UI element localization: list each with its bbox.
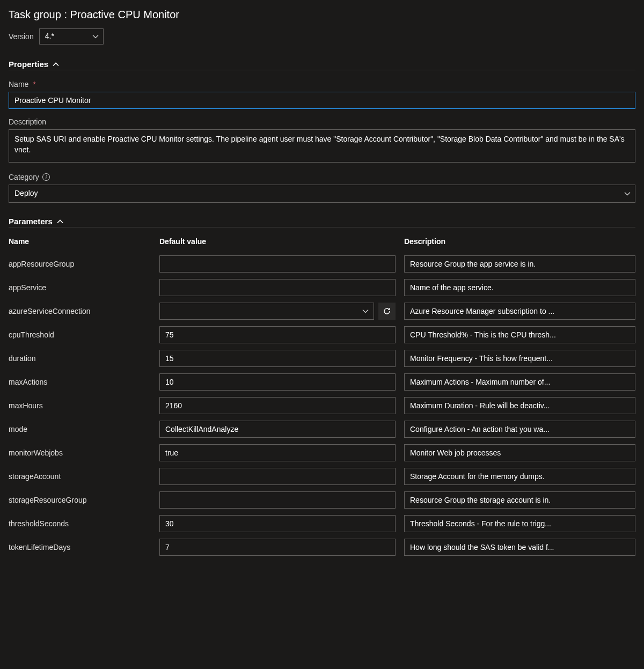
param-name: tokenLifetimeDays [9, 543, 151, 552]
param-name: thresholdSeconds [9, 519, 151, 528]
page-title: Task group : Proactive CPU Monitor [9, 9, 635, 21]
param-description-input[interactable] [404, 491, 635, 509]
category-label: Category i [9, 173, 635, 181]
param-description-input[interactable] [404, 444, 635, 461]
name-input[interactable] [9, 92, 635, 109]
param-default-input[interactable] [159, 373, 396, 391]
param-description-input[interactable] [404, 421, 635, 438]
param-description-input[interactable] [404, 468, 635, 485]
chevron-down-icon [362, 308, 369, 314]
required-asterisk: * [33, 80, 35, 89]
param-default-input[interactable] [159, 421, 396, 438]
description-textarea[interactable] [9, 129, 635, 163]
param-default-input[interactable] [159, 326, 396, 343]
category-value: Deploy [14, 189, 38, 197]
chevron-down-icon [92, 33, 99, 40]
param-name: maxActions [9, 378, 151, 386]
chevron-down-icon [624, 190, 631, 197]
chevron-up-icon [57, 218, 63, 225]
description-field: Description [9, 117, 635, 164]
param-default-input[interactable] [159, 279, 396, 296]
category-field: Category i Deploy [9, 173, 635, 203]
param-default-cell [159, 515, 396, 532]
page-title-name: Proactive CPU Monitor [70, 9, 179, 20]
version-label: Version [9, 32, 34, 41]
version-row: Version 4.* [9, 28, 635, 45]
col-header-name: Name [9, 237, 151, 249]
param-default-input[interactable] [159, 468, 396, 485]
param-default-cell [159, 350, 396, 367]
param-description-input[interactable] [404, 515, 635, 532]
param-default-cell [159, 279, 396, 296]
param-name: appService [9, 283, 151, 292]
properties-section-header[interactable]: Properties [9, 60, 635, 70]
param-default-cell [159, 255, 396, 273]
param-default-cell [159, 326, 396, 343]
category-select[interactable]: Deploy [9, 185, 635, 203]
param-description-input[interactable] [404, 350, 635, 367]
param-default-input[interactable] [159, 255, 396, 273]
param-description-input[interactable] [404, 255, 635, 273]
col-header-default: Default value [159, 237, 396, 249]
param-default-cell [159, 468, 396, 485]
properties-section-title: Properties [9, 60, 48, 69]
param-default-cell [159, 491, 396, 509]
param-description-input[interactable] [404, 373, 635, 391]
param-default-cell [159, 303, 396, 320]
param-name: cpuThreshold [9, 330, 151, 339]
param-name: storageAccount [9, 472, 151, 481]
param-default-input[interactable] [159, 350, 396, 367]
param-name: maxHours [9, 401, 151, 410]
param-name: appResourceGroup [9, 260, 151, 268]
param-description-input[interactable] [404, 397, 635, 414]
param-default-cell [159, 397, 396, 414]
parameters-table: Name Default value Description appResour… [9, 237, 635, 556]
param-name: storageResourceGroup [9, 496, 151, 504]
param-default-cell [159, 373, 396, 391]
param-name: azureServiceConnection [9, 307, 151, 315]
name-label: Name* [9, 80, 635, 89]
param-description-input[interactable] [404, 326, 635, 343]
parameters-section-title: Parameters [9, 217, 53, 226]
param-default-input[interactable] [159, 397, 396, 414]
param-name: monitorWebjobs [9, 449, 151, 457]
name-label-text: Name [9, 80, 28, 89]
param-default-input[interactable] [159, 491, 396, 509]
param-description-input[interactable] [404, 539, 635, 556]
description-label: Description [9, 117, 635, 126]
version-value: 4.* [45, 32, 54, 40]
param-default-cell [159, 539, 396, 556]
param-default-input[interactable] [159, 444, 396, 461]
name-field: Name* [9, 80, 635, 109]
col-header-description: Description [404, 237, 635, 249]
category-label-text: Category [9, 173, 39, 181]
param-default-cell [159, 421, 396, 438]
param-default-cell [159, 444, 396, 461]
param-name: mode [9, 425, 151, 433]
refresh-button[interactable] [378, 303, 396, 320]
chevron-up-icon [53, 61, 59, 68]
param-default-input[interactable] [159, 515, 396, 532]
version-select[interactable]: 4.* [39, 28, 104, 45]
param-default-input[interactable] [159, 539, 396, 556]
param-description-input[interactable] [404, 279, 635, 296]
info-icon[interactable]: i [42, 173, 50, 181]
param-default-dropdown[interactable] [159, 303, 374, 320]
param-description-input[interactable] [404, 303, 635, 320]
parameters-section-header[interactable]: Parameters [9, 217, 635, 227]
page-title-prefix: Task group : [9, 9, 70, 20]
param-name: duration [9, 354, 151, 363]
